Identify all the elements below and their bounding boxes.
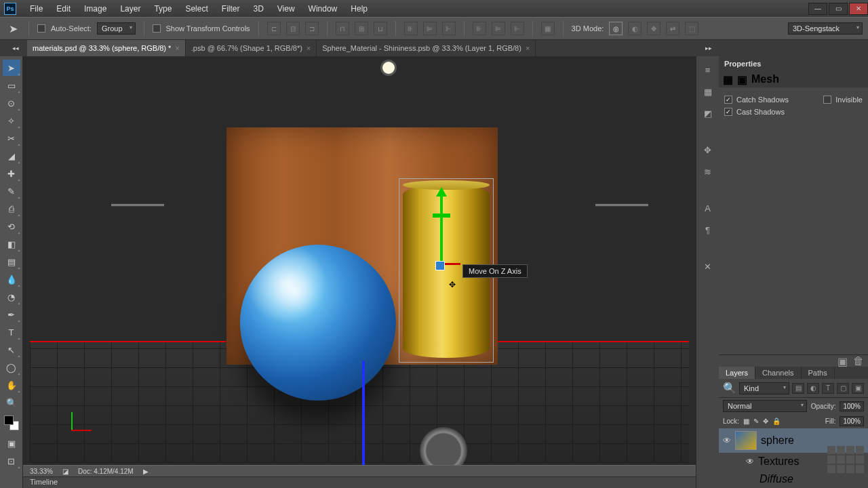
render-icon[interactable]: ▣ [837,355,848,367]
collapse-right-icon[interactable]: ▸▸ [705,45,712,52]
panel-icon-1[interactable]: ≡ [700,62,716,78]
slide-icon[interactable]: ⇄ [666,22,679,35]
filter-adjust-icon[interactable]: ◐ [807,383,819,394]
panel-icon-8[interactable]: ✕ [700,258,716,274]
y-plane-handle[interactable] [433,214,450,218]
brush-tool[interactable]: ✎ [3,183,20,199]
status-icon[interactable]: ◪ [62,468,68,475]
maximize-button[interactable]: ▭ [829,3,848,15]
catch-shadows-checkbox[interactable] [724,96,732,104]
marquee-tool[interactable]: ▭ [3,77,20,94]
workspace-dropdown[interactable]: 3D-Sengstack [788,22,863,35]
pen-tool[interactable]: ✒ [3,306,20,323]
layer-thumbnail[interactable] [735,431,757,450]
blend-mode-dropdown[interactable]: Normal [723,400,807,412]
distribute-3-icon[interactable]: ⊩ [442,22,456,35]
auto-select-checkbox[interactable] [37,24,45,33]
trash-icon[interactable]: 🗑 [853,355,864,367]
menu-image[interactable]: Image [77,1,113,16]
fill-field[interactable]: 100% [840,416,864,426]
lock-paint-icon[interactable]: ✎ [753,418,759,425]
wand-tool[interactable]: ✧ [3,113,20,129]
play-icon[interactable]: ▶ [143,468,149,475]
lock-trans-icon[interactable]: ▦ [743,418,749,425]
distribute-5-icon[interactable]: ⊫ [492,22,505,35]
panel-icon-2[interactable]: ▦ [700,83,716,100]
eraser-tool[interactable]: ◧ [3,236,20,252]
roll-icon[interactable]: ◐ [628,22,642,35]
layers-tab[interactable]: Layers [719,367,755,379]
y-axis-arrow[interactable] [440,195,443,263]
panel-icon-6[interactable]: A [700,200,716,216]
canvas[interactable]: Move On Z Axis ✥ 33.33% ◪ Doc: 4.12M/4.1… [23,56,696,488]
timeline-panel[interactable]: Timeline [23,476,696,488]
color-swatches[interactable] [4,415,19,430]
menu-file[interactable]: File [23,1,50,16]
screenmode-tool[interactable]: ⊡ [3,453,20,469]
close-button[interactable]: ✕ [849,3,868,15]
menu-type[interactable]: Type [147,1,178,16]
stamp-tool[interactable]: ⎙ [3,201,20,217]
zoom-tool[interactable]: 🔍 [3,394,20,411]
align-center-v-icon[interactable]: ⊞ [355,22,368,35]
align-top-icon[interactable]: ⊓ [336,22,349,35]
opacity-field[interactable]: 100% [840,401,864,411]
panel-icon-4[interactable]: ✥ [700,142,716,158]
crop-tool[interactable]: ✂ [3,130,20,146]
menu-help[interactable]: Help [344,1,374,16]
menu-edit[interactable]: Edit [50,1,77,16]
distribute-4-icon[interactable]: ⊪ [473,22,486,35]
menu-window[interactable]: Window [302,1,344,16]
corner-resize-grip[interactable] [827,446,864,473]
filter-type-icon[interactable]: T [822,383,834,394]
panel-icon-7[interactable]: ¶ [700,222,716,238]
gradient-tool[interactable]: ▤ [3,253,20,270]
pan-icon[interactable]: ✥ [647,22,660,35]
panel-icon-5[interactable]: ≋ [700,163,716,180]
close-icon[interactable]: × [526,44,530,52]
filter-pixel-icon[interactable]: ▤ [792,383,804,394]
properties-tab[interactable]: Properties [719,56,868,71]
close-icon[interactable]: × [175,44,179,52]
shape-tool[interactable]: ◯ [3,359,20,375]
sphere-object[interactable] [240,245,396,401]
filter-icon[interactable]: 🔍 [723,382,736,394]
visibility-icon[interactable]: 👁 [746,457,754,466]
doc-tab-2[interactable]: .psb @ 66.7% (Shape 1, RGB/8*)× [186,40,317,56]
minimize-button[interactable]: — [808,3,827,15]
history-brush-tool[interactable]: ⟲ [3,218,20,235]
cast-shadows-checkbox[interactable] [724,108,732,116]
paths-tab[interactable]: Paths [802,367,835,379]
align-right-icon[interactable]: ⊐ [305,22,319,35]
dodge-tool[interactable]: ◔ [3,289,20,305]
menu-select[interactable]: Select [178,1,214,16]
menu-filter[interactable]: Filter [215,1,247,16]
type-tool[interactable]: T [3,324,20,340]
eyedropper-tool[interactable]: ◢ [3,148,20,164]
distribute-2-icon[interactable]: ⊫ [423,22,437,35]
scale-icon[interactable]: ⬚ [685,22,698,35]
auto-select-dropdown[interactable]: Group [97,22,136,35]
close-icon[interactable]: × [307,44,311,52]
kind-dropdown[interactable]: Kind [739,382,789,394]
menu-view[interactable]: View [271,1,302,16]
orbit-icon[interactable]: ◎ [609,22,623,35]
blur-tool[interactable]: 💧 [3,271,20,287]
menu-3d[interactable]: 3D [246,1,270,16]
move-tool-icon[interactable]: ➤ [5,21,20,36]
align-left-icon[interactable]: ⊏ [267,22,281,35]
axis-origin-handle[interactable] [435,261,445,270]
distribute-1-icon[interactable]: ⊪ [404,22,418,35]
align-bottom-icon[interactable]: ⊔ [374,22,387,35]
channels-tab[interactable]: Channels [755,367,801,379]
doc-tab-1[interactable]: materials.psd @ 33.3% (sphere, RGB/8) *× [27,40,186,56]
show-transform-checkbox[interactable] [153,24,161,33]
zoom-value[interactable]: 33.33% [30,468,53,475]
lasso-tool[interactable]: ⊙ [3,95,20,111]
path-tool[interactable]: ↖ [3,342,20,358]
doc-tab-3[interactable]: Sphere_Material - Shininess.psb @ 33.3% … [317,40,536,56]
menu-layer[interactable]: Layer [113,1,147,16]
filter-shape-icon[interactable]: ▢ [837,383,849,394]
move-tool[interactable]: ➤ [3,60,20,76]
arrange-icon[interactable]: ▦ [541,22,555,35]
